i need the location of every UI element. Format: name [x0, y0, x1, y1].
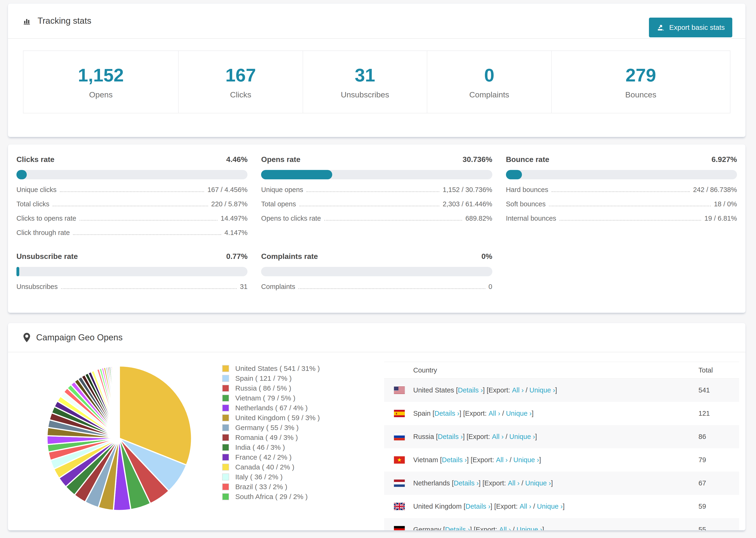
- rate-title: Opens rate: [261, 155, 300, 164]
- stat-value: 31: [355, 65, 375, 86]
- export-unique-link[interactable]: Unique ›: [513, 456, 539, 464]
- details-link[interactable]: Details ›: [465, 503, 490, 510]
- country-cell: Germany [Details ›] [Export: All › / Uni…: [384, 526, 698, 530]
- rate-row-value: 242 / 86.738%: [693, 186, 737, 194]
- campaign-stats-page: { "colors":{"accent":"#1a8ba3","stat_num…: [0, 0, 756, 538]
- rate-row-label: Unsubscribes: [17, 283, 58, 291]
- dotted-leader: [60, 191, 204, 192]
- export-all-link[interactable]: All ›: [508, 479, 519, 487]
- dotted-leader: [560, 220, 701, 221]
- details-link[interactable]: Details ›: [442, 456, 467, 464]
- legend-swatch: [222, 365, 229, 372]
- country-cell: United States [Details ›] [Export: All ›…: [384, 386, 698, 394]
- details-link[interactable]: Details ›: [445, 526, 470, 530]
- table-row-gb: United Kingdom [Details ›] [Export: All …: [384, 495, 739, 518]
- legend-label: Germany ( 55 / 3% ): [235, 424, 298, 432]
- rate-value: 6.927%: [711, 155, 737, 164]
- legend-label: Italy ( 36 / 2% ): [235, 473, 283, 481]
- rate-row-label: Unique clicks: [17, 186, 57, 194]
- legend-swatch: [222, 483, 229, 490]
- legend-swatch: [222, 375, 229, 382]
- rate-row-value: 0: [489, 283, 492, 291]
- legend-item-brazil: Brazil ( 33 / 2% ): [222, 482, 320, 492]
- country-name: Vietnam: [413, 456, 440, 464]
- pie-legend: United States ( 541 / 31% )Spain ( 121 /…: [222, 364, 320, 502]
- export-all-link[interactable]: All ›: [489, 409, 500, 417]
- details-link[interactable]: Details ›: [458, 386, 483, 394]
- us-flag-icon: [394, 387, 405, 394]
- stat-label: Clicks: [230, 90, 251, 99]
- legend-swatch: [222, 414, 229, 421]
- export-all-link[interactable]: All ›: [499, 526, 511, 530]
- export-all-link[interactable]: All ›: [519, 503, 531, 510]
- table-row-nl: Netherlands [Details ›] [Export: All › /…: [384, 471, 739, 495]
- details-link[interactable]: Details ›: [434, 409, 459, 417]
- export-unique-link[interactable]: Unique ›: [506, 409, 532, 417]
- legend-swatch: [222, 424, 229, 431]
- export-all-link[interactable]: All ›: [492, 433, 504, 441]
- rate-block-clicks-rate: Clicks rate4.46%Unique clicks167 / 4.456…: [17, 155, 247, 237]
- rate-value: 0%: [481, 252, 492, 261]
- legend-swatch: [222, 404, 229, 411]
- gb-flag-icon: [394, 503, 405, 510]
- legend-item-south-africa: South Africa ( 29 / 2% ): [222, 492, 320, 502]
- legend-label: France ( 42 / 2% ): [235, 453, 292, 461]
- stat-label: Unsubscribes: [341, 90, 389, 99]
- progress-bar-fill: [506, 170, 522, 179]
- dotted-leader: [298, 288, 485, 289]
- nl-flag-icon: [394, 480, 405, 487]
- legend-item-italy: Italy ( 36 / 2% ): [222, 472, 320, 482]
- rate-row: Opens to clicks rate689.82%: [261, 215, 492, 222]
- rate-row: Clicks to opens rate14.497%: [17, 215, 247, 222]
- legend-label: Brazil ( 33 / 2% ): [235, 483, 287, 491]
- rate-row-label: Internal bounces: [506, 215, 556, 222]
- total-cell: 67: [698, 479, 739, 487]
- rate-row-label: Soft bounces: [506, 200, 546, 208]
- progress-bar: [506, 170, 737, 179]
- rate-row-label: Clicks to opens rate: [17, 215, 76, 222]
- geo-title: Campaign Geo Opens: [36, 333, 123, 343]
- page-title: Tracking stats: [37, 16, 91, 26]
- rate-row: Complaints0: [261, 283, 492, 291]
- export-unique-link[interactable]: Unique ›: [529, 386, 555, 394]
- dotted-leader: [324, 220, 462, 221]
- rate-row: Soft bounces18 / 0%: [506, 200, 737, 208]
- rate-row: Click through rate4.147%: [17, 229, 247, 237]
- ru-flag-icon: [394, 433, 405, 440]
- geo-header: Campaign Geo Opens: [8, 323, 745, 352]
- stat-box-clicks: 167Clicks: [178, 50, 303, 113]
- rate-value: 30.736%: [462, 155, 492, 164]
- details-link[interactable]: Details ›: [438, 433, 463, 441]
- rates-grid: Clicks rate4.46%Unique clicks167 / 4.456…: [8, 144, 745, 301]
- country-name: Russia: [413, 433, 436, 441]
- country-name: Netherlands: [413, 479, 452, 487]
- legend-swatch: [222, 444, 229, 451]
- export-unique-link[interactable]: Unique ›: [516, 526, 542, 530]
- table-row-ru: Russia [Details ›] [Export: All › / Uniq…: [384, 425, 739, 448]
- dotted-leader: [80, 220, 217, 221]
- es-flag-icon: [394, 410, 405, 417]
- rate-title: Unsubscribe rate: [17, 252, 78, 261]
- geo-table-body: United States [Details ›] [Export: All ›…: [384, 379, 739, 530]
- export-all-link[interactable]: All ›: [496, 456, 508, 464]
- details-link[interactable]: Details ›: [454, 479, 479, 487]
- table-row-us: United States [Details ›] [Export: All ›…: [384, 379, 739, 402]
- stat-box-complaints: 0Complaints: [427, 50, 552, 113]
- stat-value: 167: [225, 65, 256, 86]
- export-unique-link[interactable]: Unique ›: [525, 479, 551, 487]
- legend-item-india: India ( 46 / 3% ): [222, 443, 320, 452]
- export-unique-link[interactable]: Unique ›: [537, 503, 563, 510]
- dotted-leader: [299, 206, 440, 206]
- legend-item-united-kingdom: United Kingdom ( 59 / 3% ): [222, 413, 320, 423]
- rate-row: Internal bounces19 / 6.81%: [506, 215, 737, 222]
- rate-row-label: Complaints: [261, 283, 295, 291]
- rate-row-value: 2,303 / 61.446%: [443, 200, 492, 208]
- rate-title: Complaints rate: [261, 252, 318, 261]
- stat-label: Complaints: [469, 90, 509, 99]
- total-column-header: Total: [698, 366, 739, 374]
- export-all-link[interactable]: All ›: [512, 386, 524, 394]
- export-basic-stats-button[interactable]: Export basic stats: [649, 18, 732, 37]
- legend-label: United Kingdom ( 59 / 3% ): [235, 414, 320, 422]
- export-unique-link[interactable]: Unique ›: [509, 433, 535, 441]
- rate-row-value: 689.82%: [465, 215, 492, 222]
